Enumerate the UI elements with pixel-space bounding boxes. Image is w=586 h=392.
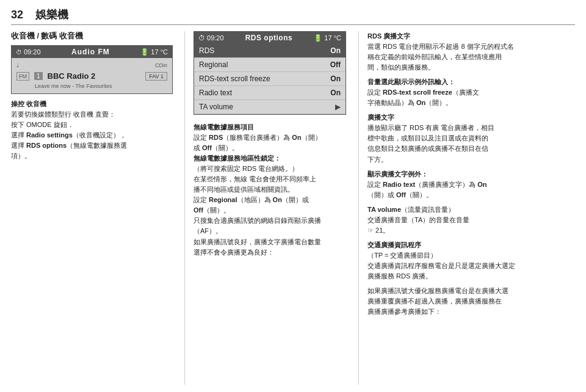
left-text-line-2: 按下 OMODE 旋鈕．	[11, 120, 176, 130]
radio-body: ♩ CDin FM 1 BBC Radio 2 FAV 1 Leave me n…	[12, 58, 172, 93]
rds-row-regional: Regional Off	[194, 58, 345, 72]
right-column: RDS 廣播文字 當選 RDS 電台使用顯示不超過 8 個字元的程式名 稱在定義…	[359, 31, 575, 385]
rds-temp: 🔋 17 °C	[314, 34, 341, 42]
radio-display: ⏱ 09:20 Audio FM 🔋 17 °C ♩ CDin F	[11, 45, 173, 94]
right-line-3: 間，類似的廣播服務。	[367, 62, 575, 73]
right-line-16: 廣播服務 RDS 廣播。	[367, 271, 575, 281]
mid-text-line-3: 無線電數據服務地區性鎖定：	[194, 153, 350, 164]
rds-time-value: 09:20	[207, 34, 224, 42]
right-heading-4: 顯示廣播文字例外：	[367, 169, 575, 180]
right-line-17: 如果廣播訊號大優化服務廣播電台是在廣播大選	[367, 286, 575, 296]
radio-screen-title: Audio FM	[71, 48, 110, 56]
right-line-18: 廣播重覆廣播不超過入廣播，廣播廣播服務在	[367, 296, 575, 307]
right-line-8: 信息類目之類廣播的或廣播不在類目在信	[367, 143, 575, 154]
radio-time: ⏱ 09:20	[16, 48, 41, 56]
right-line-15: 交通廣播資訊程序服務電台是只是選定廣播大選定	[367, 261, 575, 271]
right-line-9: 下方。	[367, 154, 575, 165]
mid-text-line-2: 或 Off（關）。	[194, 143, 350, 153]
radio-band-label: ♩	[16, 62, 19, 68]
rds-row-rds: RDS On	[194, 44, 345, 58]
right-heading-3: 廣播文字	[367, 112, 575, 123]
rds-row-regional-value: Off	[330, 60, 341, 69]
left-text-line-1: 若要切換媒體類型行 收音機 直覺：	[11, 109, 176, 120]
rds-arrow-icon: ▶	[335, 103, 341, 111]
rds-battery-icon: 🔋	[314, 34, 322, 42]
left-text-block: 操控 收音機 若要切換媒體類型行 收音機 直覺： 按下 OMODE 旋鈕． 選擇…	[11, 99, 176, 161]
rds-display: ⏱ 09:20 RDS options 🔋 17 °C RDS On	[194, 31, 346, 115]
mid-text-line-4: （將可搜索固定 RDS 電台網絡。）	[194, 164, 350, 174]
left-text-line-5: 項）。	[11, 151, 176, 161]
rds-row-ta-label: TA volume	[199, 103, 233, 111]
page-title: 娛樂機	[35, 7, 68, 22]
right-line-1: 當選 RDS 電台使用顯示不超過 8 個字元的程式名	[367, 42, 575, 52]
mid-text-line-9: 只搜集合適廣播訊號的網絡目錄而顯示廣播	[194, 216, 350, 226]
rds-row-radiotext-value: On	[330, 89, 341, 97]
right-line-11: （開）或 Off（關）。	[367, 190, 575, 200]
right-line-14: （TP = 交通廣播節目）	[367, 250, 575, 261]
right-line-12: 交通廣播音量（TA）的音量在音量	[367, 215, 575, 225]
right-line-6: 播放顯示廳了 RDS 有廣 電台廣播者，相目	[367, 123, 575, 133]
radio-temp: 🔋 17 °C	[140, 48, 168, 56]
page-header: 32 娛樂機	[11, 7, 575, 25]
radio-fm-badge: FM	[16, 72, 29, 81]
left-text-line-3: 選擇 Radio settings（收音機設定），	[11, 130, 176, 140]
rds-top-bar: ⏱ 09:20 RDS options 🔋 17 °C	[194, 32, 345, 44]
rds-row-radiotext: Radio text On	[194, 86, 345, 100]
page-number: 32	[11, 9, 23, 21]
rds-row-rds-value: On	[330, 46, 341, 55]
mid-text-block: 無線電數據服務項目 設定 RDS（服務電台廣播者）為 On（開） 或 Off（關…	[194, 122, 350, 258]
right-heading-2: 音量選此顯示示例外訊輸入：	[367, 77, 575, 87]
right-heading-5: TA volume（流量資訊音量）	[367, 205, 575, 215]
radio-num-badge: 1	[34, 72, 43, 80]
right-text-block: RDS 廣播文字 當選 RDS 電台使用顯示不超過 8 個字元的程式名 稱在定義…	[367, 31, 575, 317]
mid-text-line-8: Off（關）。	[194, 205, 350, 216]
rds-row-scroll-value: On	[330, 74, 341, 83]
rds-menu-body: RDS On Regional Off RDS-text scroll free…	[194, 44, 345, 114]
right-line-7: 標中歌曲，或類目以及注目選或在資料的	[367, 133, 575, 143]
mid-text-line-10: （AF）。	[194, 226, 350, 236]
mid-column: ⏱ 09:20 RDS options 🔋 17 °C RDS On	[185, 31, 359, 385]
left-text-line-4: 選擇 RDS options（無線電數據服務選	[11, 140, 176, 151]
battery-icon: 🔋	[140, 48, 149, 56]
radio-fav-badge: FAV 1	[145, 72, 167, 81]
rds-options-title: RDS options	[245, 34, 293, 42]
radio-station-name: BBC Radio 2	[48, 71, 141, 81]
page-container: 32 娛樂機 收音機 / 數碼 收音機 ⏱ 09:20 Audio FM 🔋 1…	[0, 0, 586, 392]
mid-text-line-7: 設定 Regional（地區）為 On（開）或	[194, 195, 350, 205]
left-text-line-0: 操控 收音機	[11, 99, 176, 109]
left-section-heading: 收音機 / 數碼 收音機	[11, 31, 176, 42]
mid-text-line-1: 設定 RDS（服務電台廣播者）為 On（開）	[194, 132, 350, 143]
radio-cdin: CDin	[155, 62, 167, 68]
rds-row-scroll-label: RDS-text scroll freeze	[199, 74, 270, 83]
right-line-5: 字捲動結晶）為 On（開）。	[367, 98, 575, 108]
left-column: 收音機 / 數碼 收音機 ⏱ 09:20 Audio FM 🔋 17 °C	[11, 31, 185, 385]
right-line-19: 廣播廣播參考廣播如下：	[367, 307, 575, 317]
rds-time: ⏱ 09:20	[198, 34, 224, 42]
radio-time-value: 09:20	[24, 48, 41, 56]
right-heading-1: RDS 廣播文字	[367, 31, 575, 42]
mid-text-line-12: 選擇不會令廣播更為良好：	[194, 247, 350, 258]
rds-row-radiotext-label: Radio text	[199, 89, 232, 97]
mid-text-line-6: 播不同地區或提供區域相關資訊。	[194, 184, 350, 195]
mid-text-line-5: 在某些情形，無線 電台會使用不同頻率上	[194, 174, 350, 184]
radio-temp-value: 17 °C	[151, 48, 168, 56]
rds-clock-icon: ⏱	[198, 34, 205, 42]
right-line-2: 稱在定義的前端外部訊輸入，在某些情境應用	[367, 52, 575, 62]
rds-row-ta: TA volume ▶	[194, 100, 345, 114]
radio-song-text: Leave me now - The Favourites	[16, 83, 167, 89]
radio-top-bar: ⏱ 09:20 Audio FM 🔋 17 °C	[12, 46, 172, 58]
rds-row-rds-label: RDS	[199, 46, 214, 55]
rds-row-scroll: RDS-text scroll freeze On	[194, 72, 345, 86]
right-line-10: 設定 Radio text（廣播廣播文字）為 On	[367, 180, 575, 190]
radio-station-row: FM 1 BBC Radio 2 FAV 1	[16, 71, 167, 81]
mid-text-line-11: 如果廣播訊號良好，廣播文字廣播電台數量	[194, 237, 350, 247]
right-line-13: ☞ 21。	[367, 225, 575, 236]
mid-text-heading: 無線電數據服務項目	[194, 122, 350, 132]
right-line-4: 設定 RDS-text scroll freeze（廣播文	[367, 87, 575, 98]
rds-temp-value: 17 °C	[324, 34, 341, 42]
clock-icon: ⏱	[16, 49, 22, 56]
rds-row-regional-label: Regional	[199, 60, 228, 69]
radio-band-row: ♩ CDin	[16, 62, 167, 68]
main-content: 收音機 / 數碼 收音機 ⏱ 09:20 Audio FM 🔋 17 °C	[11, 31, 575, 385]
right-heading-6: 交通廣播資訊程序	[367, 240, 575, 250]
